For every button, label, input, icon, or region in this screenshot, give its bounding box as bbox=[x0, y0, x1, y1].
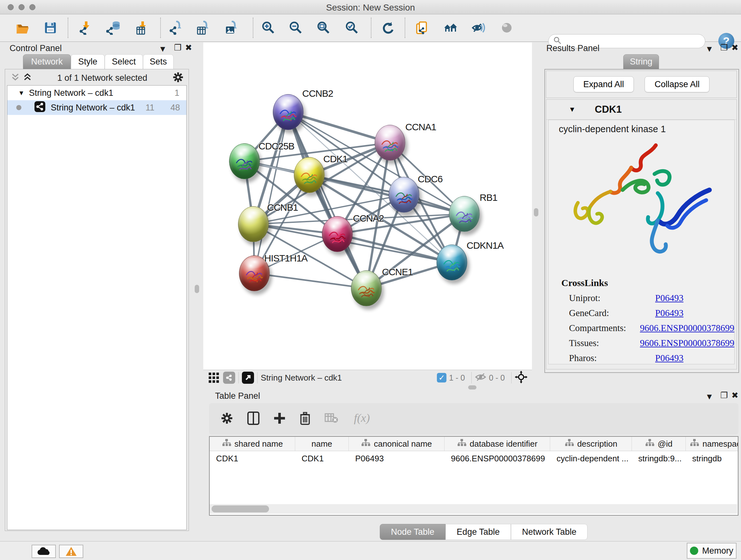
documents-network-icon[interactable] bbox=[414, 19, 430, 36]
cell-description[interactable]: cyclin-dependent ... bbox=[550, 451, 632, 466]
tab-style[interactable]: Style bbox=[71, 54, 105, 69]
node-table: shared namenamecanonical namedatabase id… bbox=[209, 436, 738, 516]
tab-network-table[interactable]: Network Table bbox=[511, 524, 588, 540]
cell-database-identifier[interactable]: 9606.ENSP00000378699 bbox=[445, 451, 550, 466]
structure-thumbnail bbox=[351, 271, 382, 307]
column-header-canonical-name[interactable]: canonical name bbox=[349, 437, 445, 451]
houses-icon[interactable] bbox=[442, 19, 459, 36]
network-tree-child-row[interactable]: String Network – cdk1 11 48 bbox=[7, 100, 186, 115]
expand-all-chevron-icon[interactable] bbox=[10, 72, 20, 84]
zoom-out-icon[interactable] bbox=[287, 19, 304, 36]
trash-icon[interactable] bbox=[300, 412, 311, 426]
import-table-file-icon[interactable] bbox=[134, 19, 151, 36]
column-header-description[interactable]: description bbox=[550, 437, 632, 451]
tab-string[interactable]: String bbox=[623, 54, 659, 69]
table-panel-float-icon[interactable]: ❐ bbox=[720, 390, 728, 400]
expand-all-button[interactable]: Expand All bbox=[574, 76, 634, 92]
node-CDC6[interactable] bbox=[389, 177, 419, 212]
tab-sets[interactable]: Sets bbox=[143, 54, 174, 69]
crosslink-link[interactable]: 9606.ENSP00000378699 bbox=[640, 323, 734, 333]
zoom-fit-icon[interactable] bbox=[315, 19, 332, 36]
open-in-window-icon[interactable] bbox=[242, 372, 254, 384]
level-of-detail-icon[interactable] bbox=[498, 19, 515, 36]
gear-icon[interactable] bbox=[220, 412, 233, 426]
tree-expander-icon[interactable]: ▼ bbox=[18, 89, 24, 97]
cell-name[interactable]: CDK1 bbox=[295, 451, 349, 466]
column-header-database-identifier[interactable]: database identifier bbox=[445, 437, 550, 451]
edge-count: 48 bbox=[171, 103, 180, 113]
cell-canonical-name[interactable]: P06493 bbox=[349, 451, 445, 466]
control-panel-collapse-icon[interactable]: ▼ bbox=[158, 44, 167, 54]
node-CCNB1[interactable] bbox=[238, 206, 269, 242]
node-CCNA1[interactable] bbox=[375, 125, 405, 161]
crosslink-link[interactable]: P06493 bbox=[655, 353, 684, 363]
edge-HIST1H1A-CCNE1[interactable] bbox=[254, 273, 366, 288]
eye-signal-icon[interactable] bbox=[470, 19, 487, 36]
shared-column-icon bbox=[564, 438, 574, 449]
tab-node-table[interactable]: Node Table bbox=[380, 524, 446, 540]
scrollbar-thumb[interactable] bbox=[212, 505, 269, 512]
refresh-layout-icon[interactable] bbox=[379, 19, 395, 36]
node-CDC25B[interactable] bbox=[229, 143, 260, 179]
cell--id[interactable]: stringdb:9... bbox=[632, 451, 686, 466]
network-view-panel: CCNB2CCNA1CDC25BCDK1CDC6RB1CCNB1CCNA2CDK… bbox=[203, 43, 532, 385]
tab-edge-table[interactable]: Edge Table bbox=[446, 524, 511, 540]
export-image-icon[interactable] bbox=[223, 19, 240, 36]
selected-checkbox-icon[interactable]: ✓ bbox=[437, 373, 447, 382]
right-splitter-handle[interactable] bbox=[534, 208, 538, 216]
open-session-icon[interactable] bbox=[14, 19, 30, 36]
horizontal-scrollbar[interactable] bbox=[210, 504, 737, 514]
shared-column-icon bbox=[361, 438, 370, 449]
node-CCNB2[interactable] bbox=[273, 94, 304, 130]
table-row[interactable]: CDK1CDK1P064939606.ENSP00000378699cyclin… bbox=[210, 451, 738, 466]
crosslink-link[interactable]: P06493 bbox=[655, 293, 684, 303]
gear-icon[interactable] bbox=[172, 71, 184, 84]
column-header-shared-name[interactable]: shared name bbox=[210, 437, 295, 451]
node-RB1[interactable] bbox=[449, 196, 480, 232]
table-panel-collapse-icon[interactable]: ▼ bbox=[705, 392, 714, 401]
export-network-icon[interactable] bbox=[168, 19, 185, 36]
section-expander-icon[interactable]: ▼ bbox=[569, 105, 576, 114]
hidden-eye-icon[interactable] bbox=[475, 372, 486, 383]
results-panel-collapse-icon[interactable]: ▼ bbox=[705, 44, 714, 54]
gene-details: cyclin-dependent kinase 1 bbox=[548, 120, 735, 364]
save-session-icon[interactable] bbox=[42, 19, 59, 36]
collapse-all-button[interactable]: Collapse All bbox=[645, 76, 710, 92]
warning-button[interactable] bbox=[59, 545, 83, 558]
left-splitter-handle[interactable] bbox=[195, 285, 199, 293]
crosslink-link[interactable]: 9606.ENSP00000378699 bbox=[640, 338, 734, 348]
gene-section-header[interactable]: ▼ CDK1 bbox=[546, 100, 737, 120]
fit-content-crosshair-icon[interactable] bbox=[515, 371, 528, 385]
table-panel-close-icon[interactable]: ✖ bbox=[731, 390, 738, 400]
results-panel-close-icon[interactable]: ✖ bbox=[731, 43, 738, 53]
columns-icon[interactable] bbox=[247, 412, 259, 426]
import-network-database-icon[interactable] bbox=[105, 19, 122, 36]
node-CCNA2[interactable] bbox=[322, 216, 353, 252]
column-header-name[interactable]: name bbox=[295, 437, 349, 451]
tab-network[interactable]: Network bbox=[23, 54, 71, 69]
column-header--id[interactable]: @id bbox=[632, 437, 686, 451]
collapse-all-chevron-icon[interactable] bbox=[23, 72, 32, 84]
network-canvas[interactable]: CCNB2CCNA1CDC25BCDK1CDC6RB1CCNB1CCNA2CDK… bbox=[203, 43, 532, 370]
node-CDKN1A[interactable] bbox=[436, 245, 467, 280]
crosslink-link[interactable]: P06493 bbox=[655, 308, 684, 318]
cloud-button[interactable] bbox=[31, 545, 56, 558]
import-network-file-icon[interactable] bbox=[78, 19, 94, 36]
node-CCNE1[interactable] bbox=[351, 270, 382, 306]
cell-shared-name[interactable]: CDK1 bbox=[210, 451, 295, 466]
zoom-selected-icon[interactable] bbox=[344, 19, 360, 36]
column-header-namespace[interactable]: namespace bbox=[686, 437, 738, 451]
cell-namespace[interactable]: stringdb bbox=[686, 451, 738, 466]
control-panel-close-icon[interactable]: ✖ bbox=[185, 43, 192, 53]
network-tree-root-row[interactable]: ▼ String Network – cdk1 1 bbox=[7, 85, 186, 100]
grid-view-icon[interactable] bbox=[208, 372, 220, 384]
export-table-icon[interactable] bbox=[195, 19, 212, 36]
share-network-icon[interactable] bbox=[223, 372, 235, 384]
control-panel-float-icon[interactable]: ❐ bbox=[174, 43, 181, 53]
tab-select[interactable]: Select bbox=[105, 54, 143, 69]
zoom-in-icon[interactable] bbox=[260, 19, 277, 36]
node-CDK1[interactable] bbox=[294, 157, 325, 193]
memory-button[interactable]: Memory bbox=[687, 543, 737, 559]
add-icon[interactable] bbox=[273, 412, 286, 426]
results-panel-float-icon[interactable]: ❐ bbox=[720, 43, 728, 53]
